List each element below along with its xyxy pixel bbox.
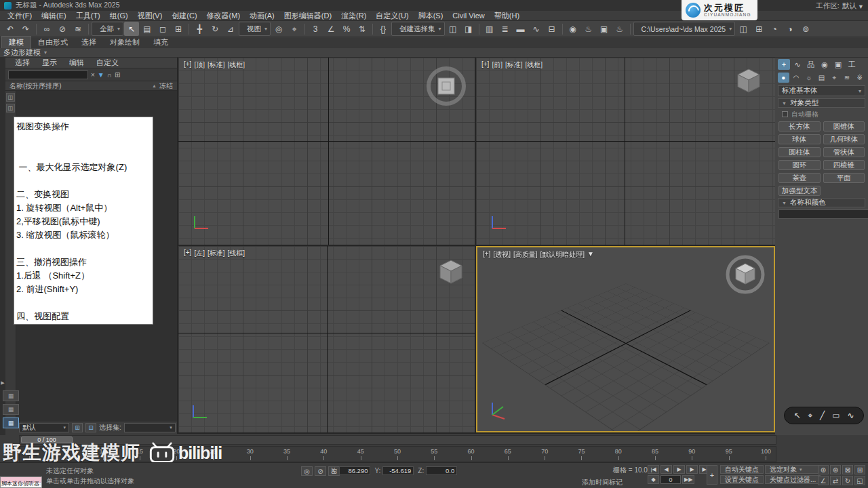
filter-icon[interactable]: ▼ [98,71,104,79]
motion-tab-icon[interactable]: ◉ [818,59,831,70]
workspace-window-icon[interactable]: ◫ ▾ [736,22,751,36]
menu-item[interactable]: 修改器(M) [202,11,245,21]
menu-item[interactable]: 编辑(E) [37,11,71,21]
timeline-tick[interactable]: 25 [208,448,218,462]
viewport-label-segment[interactable]: [顶] [194,60,205,70]
name-color-rollout[interactable]: ▼ 名称和颜色 [778,198,865,207]
timeline-tick[interactable]: 95 [724,448,734,462]
menu-item[interactable]: 创建(C) [167,11,201,21]
timeline-tick[interactable]: 5 [61,448,71,462]
autogrid-checkbox[interactable] [782,111,788,117]
viewport-label-segment[interactable]: [+] [184,249,191,258]
timeline-tick[interactable]: 75 [576,448,586,462]
set-key-mode-button[interactable]: 设置关键点 [720,475,764,484]
viewport-label-segment[interactable]: [线框] [228,249,245,258]
object-type-button[interactable]: 圆环 [778,160,821,170]
named-selection-sets-dropdown[interactable]: 创建选择集 ▾ [391,22,445,36]
timeline-ruler[interactable]: 0510152025303540455055606570758085909510… [19,446,776,462]
rect-select-tool-icon[interactable]: ▭ [832,411,840,420]
go-to-start-icon[interactable]: |◀ [648,465,659,474]
viewport-label-segment[interactable]: [标准] [505,60,523,70]
viewport-layout-icon[interactable]: ⊞ ▾ [751,22,766,36]
display-toggle-icon[interactable]: ◫ [6,93,15,102]
menu-item[interactable]: 渲染(R) [336,11,371,21]
viewport-label-segment[interactable]: [+] [184,60,191,70]
select-and-move-icon[interactable]: ╋ ▾ [192,22,207,36]
viewport-label-segment[interactable]: [标准] [208,60,225,70]
helpers-category-icon[interactable]: ⌖ [829,73,840,83]
explorer-menu-item[interactable]: 自定义 [91,58,124,68]
object-type-button[interactable]: 长方体 [778,121,821,131]
undo-icon[interactable]: ↶ ▾ [3,22,18,36]
use-pivot-center-icon[interactable]: ◎ ▾ [271,22,286,36]
workspace-selector[interactable]: 工作区: 默认 ▾ [816,1,863,11]
timeline-tick[interactable]: 40 [319,448,328,462]
key-target-dropdown[interactable]: 选定对象▾ [765,465,821,474]
material-editor-icon[interactable]: ◉ ▾ [566,22,580,36]
timeline-tick[interactable]: 90 [687,448,696,462]
render-icon[interactable]: ♨ ▾ [612,22,627,36]
next-key-icon[interactable]: ▶▶ [682,475,694,484]
text-plus-button[interactable]: 加强型文本 [778,186,821,196]
lock-icon[interactable]: ∩ [107,71,112,79]
reference-coordinate-dropdown[interactable]: 视图 ▾ [239,22,271,36]
percent-snap-icon[interactable]: % ▾ [339,22,354,36]
space-warps-category-icon[interactable]: ≋ [842,73,853,83]
open-listener-icon[interactable]: ⊚ ▾ [798,22,813,36]
key-mode-toggle-icon[interactable]: ◆ [648,475,659,484]
selection-region-icon[interactable]: ◻ ▾ [155,22,170,36]
spinner-snap-icon[interactable]: ⇅ ▾ [355,22,370,36]
timeline-tick[interactable]: 35 [282,448,292,462]
select-and-rotate-icon[interactable]: ↻ ▾ [208,22,222,36]
viewport-label-segment[interactable]: [线框] [228,60,245,70]
key-filters-button[interactable]: 关键点过滤器... [765,475,821,484]
name-column-header[interactable]: 名称(按升序排序) [9,81,62,91]
viewport-label-segment[interactable]: [透视] [493,250,511,260]
time-slider-handle[interactable]: 0 / 100 [21,436,73,443]
viewcube[interactable] [438,258,464,285]
layout-tab-active[interactable]: ▦ [3,418,19,428]
timeline-tick[interactable]: 0 [24,448,34,462]
zoom-icon[interactable]: ⊕ [818,465,829,474]
set-key-button[interactable]: + [707,465,717,485]
viewport-label-segment[interactable]: [+] [483,250,490,260]
timeline-tick[interactable]: 85 [650,448,660,462]
timeline-tick[interactable]: 20 [172,448,181,462]
object-type-button[interactable]: 茶壶 [778,173,821,183]
field-of-view-icon[interactable]: ∠ [818,476,829,485]
menu-item[interactable]: 工具(T) [71,11,105,21]
viewcube[interactable] [736,67,762,94]
viewport-label-segment[interactable]: [前] [492,60,502,70]
clear-search-icon[interactable]: × [91,71,95,79]
render-preset-icon[interactable]: ◑ ▾ [783,22,797,36]
geometry-category-icon[interactable]: ● [778,73,789,83]
toggle-layer-explorer-icon[interactable]: ≣ ▾ [498,22,513,36]
explorer-menu-item[interactable]: 编辑 [64,58,90,68]
ribbon-tab[interactable]: 对象绘制 [103,37,146,48]
object-type-rollout[interactable]: ▼ 对象类型 [778,98,865,108]
object-type-button[interactable]: 平面 [823,173,865,183]
timeline-tick[interactable]: 30 [245,448,255,462]
selection-lock-icon[interactable]: ⊘ [315,466,326,476]
explorer-menu-item[interactable]: 选择 [9,58,35,68]
isolate-selection-icon[interactable]: ◎ [301,466,313,476]
zoom-extents-all-icon[interactable]: ⊞ [854,465,865,474]
viewport-label-segment[interactable]: [左] [194,249,205,258]
coordinate-value[interactable]: -54.619 [382,466,414,475]
curve-editor-icon[interactable]: ∿ ▾ [529,22,544,36]
maxscript-mini-listener[interactable]: 脚本迷你侦听器: [0,476,42,488]
toggle-scene-explorer-icon[interactable]: ▥ ▾ [482,22,497,36]
selection-set-list-icon[interactable]: ⊟ [85,423,96,432]
orbit-icon[interactable]: ↻ [842,476,853,485]
coordinate-value[interactable]: 86.290 [339,466,370,475]
primitive-category-dropdown[interactable]: 标准基本体 ▾ [778,85,865,96]
viewport-label-segment[interactable]: ▼ [587,250,594,260]
ribbon-toggle-icon[interactable]: ▬ ▾ [513,22,528,36]
timeline-tick[interactable]: 60 [467,448,476,462]
menu-item[interactable]: 组(G) [105,11,133,21]
viewport-label-segment[interactable]: [高质量] [513,250,538,260]
redo-icon[interactable]: ↷ ▾ [18,22,33,36]
ribbon-tab[interactable]: 填充 [146,37,175,48]
timeline-tick[interactable]: 65 [503,448,513,462]
menu-item[interactable]: 脚本(S) [414,11,448,21]
